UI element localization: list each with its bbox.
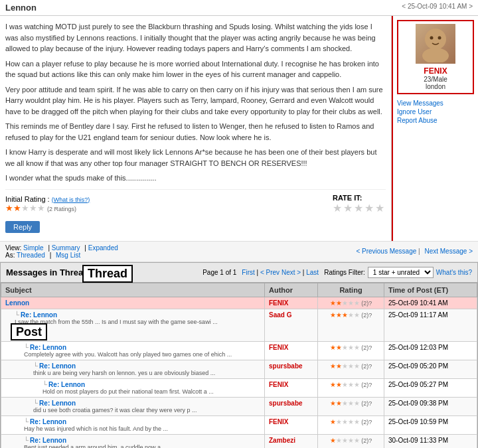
view-simple-link[interactable]: Simple bbox=[23, 244, 44, 252]
table-row: └Re: LennonHold on most players do put t… bbox=[1, 378, 477, 397]
view-options: View: Simple | Summary | Expanded As: Th… bbox=[5, 244, 121, 259]
user-location: london bbox=[401, 83, 470, 90]
page-wrapper: Lennon < 25-Oct-09 10:41 AM > I was watc… bbox=[0, 0, 478, 448]
subject-cell: └Re: LennonI saw the match from the 55th… bbox=[1, 309, 265, 341]
view-label: View: bbox=[5, 244, 21, 252]
subject-cell: └Re: LennonHay he was injured which is n… bbox=[1, 415, 265, 434]
thread-table-header: Subject Author Rating Time of Post (ET) bbox=[1, 283, 477, 297]
header-date: < 25-Oct-09 10:41 AM > bbox=[402, 3, 473, 10]
author-cell: FENIX bbox=[265, 297, 318, 309]
subject-cell: Lennon bbox=[1, 297, 265, 309]
as-label: As: bbox=[5, 252, 15, 259]
ratings-filter-select[interactable]: 1 star + unrated bbox=[368, 267, 434, 278]
table-row: └Re: LennonCompletely agree with you. Wa… bbox=[1, 341, 477, 360]
time-cell: 30-Oct-09 11:33 PM bbox=[384, 434, 477, 448]
subject-link[interactable]: Re: Lennon bbox=[39, 400, 76, 407]
author-cell: FENIX bbox=[265, 341, 318, 360]
time-cell: 25-Oct-09 05:20 PM bbox=[384, 360, 477, 378]
table-row: └Re: Lennondid u see both croatia games?… bbox=[1, 397, 477, 415]
thread-title: Lennon bbox=[5, 3, 37, 13]
author-link[interactable]: Saad G bbox=[269, 311, 291, 319]
thread-section: Messages in Thread Thread Page 1 of 1 Fi… bbox=[0, 262, 478, 449]
initial-rating: Initial Rating : (What is this?) ★★★★★ (… bbox=[5, 195, 90, 213]
author-link[interactable]: FENIX bbox=[269, 344, 288, 351]
thread-annotation-label: Thread bbox=[82, 265, 133, 283]
prev-message-link[interactable]: < Previous Message bbox=[356, 248, 416, 255]
rating-area: Initial Rating : (What is this?) ★★★★★ (… bbox=[5, 189, 386, 218]
page-nav: First | < Prev Next > | Last bbox=[242, 269, 319, 276]
view-bar: View: Simple | Summary | Expanded As: Th… bbox=[0, 241, 478, 262]
next-message-link[interactable]: Next Message > bbox=[424, 248, 473, 255]
avatar-image bbox=[416, 24, 455, 64]
post-paragraph: This reminds me of Bentley dare I say. F… bbox=[5, 121, 386, 143]
first-page-link[interactable]: First bbox=[242, 269, 254, 276]
what-is-this-link[interactable]: (What is this?) bbox=[52, 196, 90, 203]
messages-in-thread-title: Messages in Thread bbox=[6, 267, 88, 277]
rating-cell: ★★★★★ (2)? bbox=[318, 397, 384, 415]
rating-cell: ★★★★★ (2)? bbox=[318, 415, 384, 434]
report-abuse-link[interactable]: Report Abuse bbox=[397, 117, 474, 124]
rating-cell: ★★★★★ (2)? bbox=[318, 341, 384, 360]
whats-this-link[interactable]: What's this? bbox=[436, 269, 472, 276]
subject-cell: └Re: LennonBent just needed a arm around… bbox=[1, 434, 265, 448]
subject-cell: └Re: LennonHold on most players do put t… bbox=[1, 378, 265, 397]
ratings-filter: Ratings Filter: 1 star + unrated What's … bbox=[324, 267, 472, 278]
next-page-link[interactable]: Next > bbox=[281, 269, 301, 276]
post-paragraph: I was watching MOTD just purely to see t… bbox=[5, 21, 386, 54]
time-cell: 25-Oct-09 05:27 PM bbox=[384, 378, 477, 397]
view-summary-link[interactable]: Summary bbox=[52, 244, 80, 252]
rating-count: (2 Ratings) bbox=[47, 206, 76, 212]
post-paragraph: How can a player refuse to play because … bbox=[5, 58, 386, 80]
col-time: Time of Post (ET) bbox=[384, 283, 477, 297]
as-threaded-link[interactable]: Threaded bbox=[17, 252, 45, 259]
initial-rating-label: Initial Rating : bbox=[5, 195, 50, 203]
user-name: FENIX bbox=[401, 66, 470, 76]
rate-it-label: RATE IT: bbox=[333, 194, 362, 202]
reply-button[interactable]: Reply bbox=[5, 221, 40, 233]
time-cell: 25-Oct-09 09:38 PM bbox=[384, 397, 477, 415]
subject-link[interactable]: Re: Lennon bbox=[48, 381, 85, 388]
author-link[interactable]: FENIX bbox=[269, 418, 288, 425]
table-row: └Re: Lennonthink u are being very harsh … bbox=[1, 360, 477, 378]
rating-cell: ★★★★★ (2)? bbox=[318, 360, 384, 378]
author-link[interactable]: spursbabe bbox=[269, 362, 303, 370]
subject-link[interactable]: Lennon bbox=[5, 299, 29, 307]
subject-link[interactable]: Re: Lennon bbox=[30, 418, 66, 425]
as-msg-list-link[interactable]: Msg List bbox=[56, 252, 80, 259]
table-row: LennonFENIX★★★★★ (2)?25-Oct-09 10:41 AM bbox=[1, 297, 477, 309]
time-cell: 25-Oct-09 10:41 AM bbox=[384, 297, 477, 309]
post-area: I was watching MOTD just purely to see t… bbox=[0, 16, 392, 241]
user-age-gender: 23/Male bbox=[401, 76, 470, 83]
author-link[interactable]: spursbabe bbox=[269, 400, 303, 407]
subject-link[interactable]: Re: Lennon bbox=[21, 311, 57, 319]
author-cell: Saad G bbox=[265, 309, 318, 341]
ignore-user-link[interactable]: Ignore User bbox=[397, 108, 474, 115]
col-author: Author bbox=[265, 283, 318, 297]
page-header: Lennon < 25-Oct-09 10:41 AM > bbox=[0, 0, 478, 16]
last-page-link[interactable]: Last bbox=[306, 269, 319, 276]
svg-point-1 bbox=[422, 48, 449, 62]
rating-stars-filled: ★★★★★ bbox=[5, 204, 45, 212]
author-cell: Zambezi bbox=[265, 434, 318, 448]
ratings-filter-label: Ratings Filter: bbox=[324, 269, 365, 276]
subject-cell: └Re: LennonCompletely agree with you. Wa… bbox=[1, 341, 265, 360]
nav-links: < Previous Message | Next Message > bbox=[353, 248, 473, 255]
page-info: Page 1 of 1 bbox=[202, 269, 236, 276]
subject-link[interactable]: Re: Lennon bbox=[39, 362, 76, 370]
subject-link[interactable]: Re: Lennon bbox=[30, 344, 66, 351]
view-messages-link[interactable]: View Messages bbox=[397, 100, 474, 107]
rate-it-stars[interactable]: ★★★★★ bbox=[333, 202, 386, 214]
author-link[interactable]: FENIX bbox=[269, 381, 288, 388]
author-cell: FENIX bbox=[265, 415, 318, 434]
thread-table: Subject Author Rating Time of Post (ET) … bbox=[1, 283, 477, 449]
rating-cell: ★★★★★ (2)? bbox=[318, 309, 384, 341]
author-link[interactable]: Zambezi bbox=[269, 437, 295, 444]
user-profile: FENIX 23/Male london bbox=[397, 20, 474, 94]
post-body: I was watching MOTD just purely to see t… bbox=[5, 21, 386, 184]
view-expanded-link[interactable]: Expanded bbox=[88, 244, 118, 252]
author-link[interactable]: FENIX bbox=[269, 299, 288, 307]
time-cell: 25-Oct-09 10:59 PM bbox=[384, 415, 477, 434]
thread-table-body: LennonFENIX★★★★★ (2)?25-Oct-09 10:41 AM└… bbox=[1, 297, 477, 448]
subject-link[interactable]: Re: Lennon bbox=[30, 437, 66, 444]
prev-page-link[interactable]: < Prev bbox=[260, 269, 279, 276]
